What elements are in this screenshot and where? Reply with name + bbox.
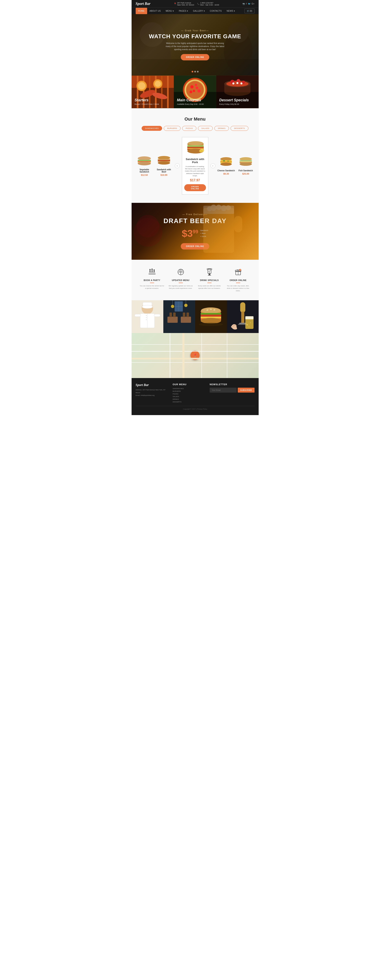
starters-title: Starters: [135, 98, 149, 102]
svg-point-78: [216, 205, 221, 210]
phone-icon: 📞: [197, 3, 200, 5]
svg-rect-62: [220, 160, 232, 161]
gallery-beer-tap[interactable]: [227, 300, 259, 333]
category-main[interactable]: Main Courses Available Every Day 9:00 - …: [174, 76, 216, 108]
tab-pizzas[interactable]: PIZZAS: [182, 126, 196, 131]
svg-rect-54: [187, 145, 204, 147]
map-road-v1: [170, 333, 170, 378]
order-online-underline: [236, 283, 240, 283]
svg-point-80: [226, 205, 231, 210]
svg-point-66: [223, 160, 225, 161]
gallery-chef[interactable]: [131, 300, 163, 333]
main-title: Main Courses: [177, 98, 201, 102]
tab-sandwiches[interactable]: SANDWICHES: [142, 126, 162, 131]
tab-salads[interactable]: SALADS: [198, 126, 213, 131]
nav-news[interactable]: NEWS ▾: [224, 8, 238, 14]
footer-link-desserts[interactable]: DESSERTS: [173, 401, 206, 403]
svg-point-67: [227, 161, 229, 161]
nav-menu[interactable]: MENU ▾: [163, 8, 176, 14]
pork-order-button[interactable]: ORDER ONLINE: [184, 184, 206, 191]
menu-item-fish[interactable]: Fish Sandwich $25.00: [237, 156, 254, 175]
beef-sandwich-price: $10.99: [155, 174, 173, 176]
location-icon: 📍: [174, 3, 176, 5]
svg-rect-84: [150, 270, 150, 272]
footer-newsletter-title: NEWSLETTER: [209, 383, 254, 386]
nav-home[interactable]: HOME: [136, 8, 147, 14]
footer-link-burgers[interactable]: BURGERS: [173, 390, 206, 392]
map-section: 📍: [131, 333, 259, 378]
menu-prev-button[interactable]: ‹: [175, 163, 180, 168]
hero-content: Grab Your Beer WATCH YOUR FAVORITE GAME …: [149, 29, 241, 60]
category-starters[interactable]: Starters Burger + French Fries + Drink: [131, 76, 174, 108]
footer-link-sandwiches[interactable]: SANDWICHES: [173, 388, 206, 390]
nav-about[interactable]: ABOUT US: [147, 8, 163, 14]
subscribe-button[interactable]: SUBSCRIBE: [238, 388, 254, 393]
twitter-icon[interactable]: 🐦: [248, 3, 251, 5]
newsletter-email-input[interactable]: [209, 388, 237, 393]
footer-link-salads[interactable]: SALADS: [173, 396, 206, 398]
svg-rect-148: [241, 312, 244, 324]
header: Sport Bar 📍 287 Park Avenue New York, NY…: [131, 0, 259, 8]
footer-link-drinks[interactable]: DRINKS: [173, 398, 206, 400]
map-road-v3: [227, 333, 227, 378]
nav-pages[interactable]: PAGES ▾: [176, 8, 190, 14]
menu-next-button[interactable]: ›: [211, 163, 216, 168]
svg-point-79: [221, 205, 227, 211]
svg-point-82: [137, 215, 159, 237]
beef-sandwich-name: Sandwich with Beef: [155, 169, 173, 173]
tab-drinks[interactable]: DRINKS: [214, 126, 229, 131]
hero-cta-button[interactable]: ORDER ONLINE: [181, 54, 209, 60]
svg-rect-49: [158, 160, 170, 161]
cart-button[interactable]: 🛒 (0): [245, 9, 254, 13]
drink-specials-desc: Every week we offer our clients special …: [197, 285, 222, 290]
svg-rect-147: [240, 302, 245, 313]
footer-brand-col: Sport Bar Address: 207 Park Avenue New Y…: [136, 383, 169, 403]
instagram-icon[interactable]: 📷: [243, 3, 245, 5]
address-info: 📍 287 Park Avenue New York, NY 90210: [174, 2, 194, 6]
tab-desserts[interactable]: DESSERTS: [230, 126, 248, 131]
svg-point-155: [249, 326, 249, 327]
menu-item-vegetable[interactable]: Vegetable Sandwich $12.50: [136, 155, 153, 176]
menu-item-beef[interactable]: Sandwich with Beef $10.99: [155, 155, 173, 176]
menu-items-grid: Vegetable Sandwich $12.50 Sandwich with …: [136, 137, 254, 195]
book-party-desc: You can reserve the whole bar for a spec…: [140, 285, 165, 290]
svg-point-51: [158, 161, 170, 165]
facebook-icon[interactable]: f: [246, 3, 247, 5]
site-logo[interactable]: Sport Bar: [136, 2, 151, 6]
main-overlay: Main Courses Available Every Day 9:00 - …: [174, 76, 216, 108]
footer-copyright: Copyright © 2017 | Privacy Policy: [136, 406, 254, 410]
dot-1[interactable]: [192, 71, 193, 72]
footer-link-pizzas[interactable]: PIZZAS: [173, 393, 206, 395]
google-plus-icon[interactable]: G+: [252, 3, 254, 5]
nav-gallery[interactable]: GALLERY ▾: [190, 8, 208, 14]
footer-menu-col: OUR MENU SANDWICHES BURGERS PIZZAS SALAD…: [173, 383, 206, 403]
svg-rect-99: [208, 275, 211, 275]
svg-point-112: [142, 305, 153, 309]
tab-burgers[interactable]: BURGERS: [164, 126, 181, 131]
svg-rect-70: [240, 161, 252, 162]
feature-order-online: ORDER ONLINE You can order any snack, di…: [226, 268, 251, 292]
gallery-burger[interactable]: [195, 300, 227, 333]
map-road-h1: [131, 351, 259, 352]
social-links: 📷 f 🐦 G+: [243, 3, 254, 5]
drink-specials-icon: [197, 268, 222, 278]
gallery-interior[interactable]: [163, 300, 195, 333]
category-dessert[interactable]: Dessert Specials Every Friday Only $0.99: [216, 76, 259, 108]
svg-rect-125: [183, 313, 185, 317]
svg-rect-121: [168, 317, 178, 323]
svg-rect-137: [201, 313, 221, 315]
main-desc: Available Every Day 9:00 - 23:00: [177, 103, 204, 105]
updated-menu-desc: We regularly update our menu so that you…: [168, 285, 193, 290]
nav-contacts[interactable]: CONTACTS: [208, 8, 224, 14]
pork-sandwich-desc: A combination of roasting, thin bacon so…: [184, 165, 206, 177]
svg-rect-124: [181, 317, 191, 323]
features-section: BOOK A PARTY You can reserve the whole b…: [131, 260, 259, 300]
dot-3[interactable]: [197, 71, 198, 72]
drink-specials-underline: [208, 283, 211, 283]
menu-item-pork-featured[interactable]: Sandwich with Pork A combination of roas…: [182, 137, 208, 195]
dot-2[interactable]: [194, 71, 196, 72]
svg-rect-138: [201, 315, 221, 317]
svg-rect-118: [135, 314, 141, 317]
svg-rect-90: [149, 274, 155, 274]
menu-item-cheese[interactable]: Cheese Sandwich $9.30: [217, 156, 235, 175]
